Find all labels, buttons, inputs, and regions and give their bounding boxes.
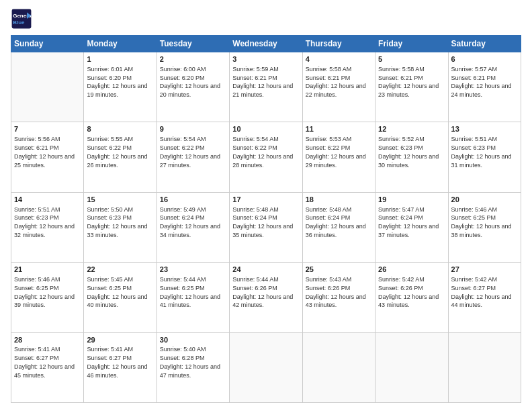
day-number: 9 (160, 124, 226, 134)
day-number: 15 (87, 195, 153, 205)
calendar-cell: 23 Sunrise: 5:44 AMSunset: 6:25 PMDaylig… (157, 263, 229, 332)
calendar-cell (230, 332, 302, 402)
day-number: 5 (378, 54, 445, 64)
day-info: Sunrise: 5:40 AMSunset: 6:28 PMDaylight:… (160, 346, 220, 378)
day-number: 19 (378, 195, 445, 205)
day-info: Sunrise: 5:48 AMSunset: 6:24 PMDaylight:… (306, 206, 366, 238)
calendar-cell: 7 Sunrise: 5:56 AMSunset: 6:21 PMDayligh… (11, 122, 84, 192)
calendar-cell: 3 Sunrise: 5:59 AMSunset: 6:21 PMDayligh… (230, 52, 302, 122)
day-number: 12 (378, 124, 445, 134)
day-info: Sunrise: 5:51 AMSunset: 6:23 PMDaylight:… (14, 206, 75, 238)
day-info: Sunrise: 5:59 AMSunset: 6:21 PMDaylight:… (232, 66, 293, 98)
day-number: 26 (378, 265, 445, 275)
day-info: Sunrise: 5:52 AMSunset: 6:23 PMDaylight:… (378, 136, 439, 168)
calendar-week-3: 21 Sunrise: 5:46 AMSunset: 6:25 PMDaylig… (11, 263, 521, 332)
day-info: Sunrise: 5:42 AMSunset: 6:27 PMDaylight:… (451, 276, 512, 308)
day-info: Sunrise: 5:45 AMSunset: 6:25 PMDaylight:… (87, 276, 147, 308)
day-info: Sunrise: 5:41 AMSunset: 6:27 PMDaylight:… (14, 346, 75, 378)
day-info: Sunrise: 5:58 AMSunset: 6:21 PMDaylight:… (378, 66, 439, 98)
day-info: Sunrise: 5:55 AMSunset: 6:22 PMDaylight:… (87, 136, 147, 168)
calendar-cell: 28 Sunrise: 5:41 AMSunset: 6:27 PMDaylig… (11, 332, 84, 402)
calendar-cell: 26 Sunrise: 5:42 AMSunset: 6:26 PMDaylig… (375, 263, 448, 332)
calendar-cell: 21 Sunrise: 5:46 AMSunset: 6:25 PMDaylig… (11, 263, 84, 332)
day-number: 3 (232, 54, 299, 64)
calendar-cell: 9 Sunrise: 5:54 AMSunset: 6:22 PMDayligh… (157, 122, 229, 192)
day-number: 13 (451, 124, 518, 134)
calendar-cell: 1 Sunrise: 6:01 AMSunset: 6:20 PMDayligh… (84, 52, 157, 122)
calendar-cell: 17 Sunrise: 5:48 AMSunset: 6:24 PMDaylig… (230, 192, 302, 262)
day-number: 17 (232, 195, 299, 205)
day-number: 30 (160, 335, 226, 345)
calendar-header-tuesday: Tuesday (157, 36, 229, 52)
day-info: Sunrise: 5:47 AMSunset: 6:24 PMDaylight:… (378, 206, 439, 238)
calendar-cell: 18 Sunrise: 5:48 AMSunset: 6:24 PMDaylig… (302, 192, 375, 262)
day-info: Sunrise: 5:53 AMSunset: 6:22 PMDaylight:… (306, 136, 366, 168)
day-number: 29 (87, 335, 153, 345)
day-info: Sunrise: 5:51 AMSunset: 6:23 PMDaylight:… (451, 136, 512, 168)
calendar-cell (11, 52, 84, 122)
day-info: Sunrise: 5:46 AMSunset: 6:25 PMDaylight:… (14, 276, 75, 308)
day-info: Sunrise: 5:57 AMSunset: 6:21 PMDaylight:… (451, 66, 512, 98)
svg-text:Blue: Blue (13, 19, 25, 26)
day-info: Sunrise: 5:54 AMSunset: 6:22 PMDaylight:… (232, 136, 293, 168)
calendar-cell: 13 Sunrise: 5:51 AMSunset: 6:23 PMDaylig… (448, 122, 521, 192)
day-number: 4 (306, 54, 372, 64)
calendar-cell: 25 Sunrise: 5:43 AMSunset: 6:26 PMDaylig… (302, 263, 375, 332)
day-info: Sunrise: 5:43 AMSunset: 6:26 PMDaylight:… (306, 276, 366, 308)
calendar-cell: 27 Sunrise: 5:42 AMSunset: 6:27 PMDaylig… (448, 263, 521, 332)
calendar-cell: 22 Sunrise: 5:45 AMSunset: 6:25 PMDaylig… (84, 263, 157, 332)
calendar-cell (302, 332, 375, 402)
logo: General Blue (11, 8, 35, 30)
day-info: Sunrise: 5:58 AMSunset: 6:21 PMDaylight:… (306, 66, 366, 98)
calendar-week-0: 1 Sunrise: 6:01 AMSunset: 6:20 PMDayligh… (11, 52, 521, 122)
calendar-header-thursday: Thursday (302, 36, 375, 52)
calendar-cell: 2 Sunrise: 6:00 AMSunset: 6:20 PMDayligh… (157, 52, 229, 122)
day-number: 28 (14, 335, 81, 345)
calendar-cell: 10 Sunrise: 5:54 AMSunset: 6:22 PMDaylig… (230, 122, 302, 192)
day-number: 18 (306, 195, 372, 205)
logo-icon: General Blue (11, 8, 32, 30)
calendar-cell (448, 332, 521, 402)
day-info: Sunrise: 5:44 AMSunset: 6:26 PMDaylight:… (232, 276, 293, 308)
calendar-header-saturday: Saturday (448, 36, 521, 52)
calendar-cell: 4 Sunrise: 5:58 AMSunset: 6:21 PMDayligh… (302, 52, 375, 122)
day-info: Sunrise: 5:56 AMSunset: 6:21 PMDaylight:… (14, 136, 75, 168)
day-info: Sunrise: 5:44 AMSunset: 6:25 PMDaylight:… (160, 276, 220, 308)
calendar-header-row: SundayMondayTuesdayWednesdayThursdayFrid… (11, 36, 521, 52)
calendar-table: SundayMondayTuesdayWednesdayThursdayFrid… (11, 35, 521, 403)
day-number: 1 (87, 54, 153, 64)
day-number: 24 (232, 265, 299, 275)
calendar-cell: 29 Sunrise: 5:41 AMSunset: 6:27 PMDaylig… (84, 332, 157, 402)
day-number: 6 (451, 54, 518, 64)
day-number: 2 (160, 54, 226, 64)
calendar-cell: 16 Sunrise: 5:49 AMSunset: 6:24 PMDaylig… (157, 192, 229, 262)
calendar-week-2: 14 Sunrise: 5:51 AMSunset: 6:23 PMDaylig… (11, 192, 521, 262)
calendar-cell: 6 Sunrise: 5:57 AMSunset: 6:21 PMDayligh… (448, 52, 521, 122)
header: General Blue (11, 8, 521, 30)
day-number: 11 (306, 124, 372, 134)
day-number: 14 (14, 195, 81, 205)
day-number: 8 (87, 124, 153, 134)
day-info: Sunrise: 5:48 AMSunset: 6:24 PMDaylight:… (232, 206, 293, 238)
day-number: 10 (232, 124, 299, 134)
calendar-cell: 19 Sunrise: 5:47 AMSunset: 6:24 PMDaylig… (375, 192, 448, 262)
calendar-header-monday: Monday (84, 36, 157, 52)
day-number: 20 (451, 195, 518, 205)
day-number: 23 (160, 265, 226, 275)
calendar-cell: 15 Sunrise: 5:50 AMSunset: 6:23 PMDaylig… (84, 192, 157, 262)
day-number: 27 (451, 265, 518, 275)
day-number: 21 (14, 265, 81, 275)
calendar-week-1: 7 Sunrise: 5:56 AMSunset: 6:21 PMDayligh… (11, 122, 521, 192)
calendar-cell (375, 332, 448, 402)
day-info: Sunrise: 5:42 AMSunset: 6:26 PMDaylight:… (378, 276, 439, 308)
calendar-cell: 8 Sunrise: 5:55 AMSunset: 6:22 PMDayligh… (84, 122, 157, 192)
calendar-cell: 14 Sunrise: 5:51 AMSunset: 6:23 PMDaylig… (11, 192, 84, 262)
calendar-cell: 5 Sunrise: 5:58 AMSunset: 6:21 PMDayligh… (375, 52, 448, 122)
day-info: Sunrise: 5:54 AMSunset: 6:22 PMDaylight:… (160, 136, 220, 168)
day-info: Sunrise: 5:50 AMSunset: 6:23 PMDaylight:… (87, 206, 147, 238)
day-number: 25 (306, 265, 372, 275)
day-number: 16 (160, 195, 226, 205)
calendar-header-sunday: Sunday (11, 36, 84, 52)
calendar-cell: 11 Sunrise: 5:53 AMSunset: 6:22 PMDaylig… (302, 122, 375, 192)
day-info: Sunrise: 5:49 AMSunset: 6:24 PMDaylight:… (160, 206, 220, 238)
